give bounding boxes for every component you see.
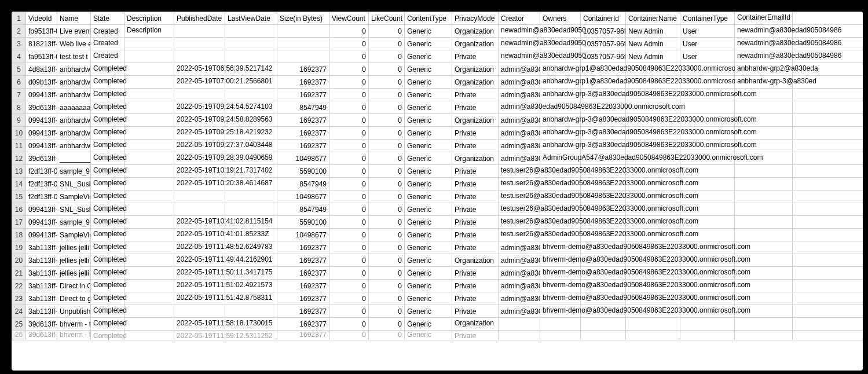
cell[interactable]: admin@a830e (499, 152, 540, 165)
cell[interactable]: Private (452, 305, 499, 318)
column-header[interactable]: ViewCount (329, 12, 369, 25)
cell[interactable]: Completed (91, 165, 124, 178)
cell[interactable]: bhverm-demo@a830edad9050849863E22033000.… (540, 280, 581, 292)
cell[interactable] (499, 318, 540, 331)
cell[interactable]: Completed (91, 305, 124, 318)
cell[interactable]: f2df13ff-0 (26, 190, 57, 203)
cell[interactable]: 2022-05-19T09:24:54.5274103 (174, 101, 225, 114)
cell[interactable]: 0 (369, 216, 405, 229)
cell[interactable]: Organization (452, 152, 499, 165)
cell[interactable]: Private (452, 50, 499, 63)
cell[interactable]: anbhardw-grp-3@a830edad9050849863E220330… (540, 89, 581, 101)
row-number[interactable]: 6 (12, 76, 26, 89)
cell[interactable]: Private (452, 101, 499, 114)
column-header[interactable]: ContainerEmailId (735, 12, 793, 25)
table-row[interactable]: 243ab113ff-4UnpublishCompleted169237700G… (12, 305, 863, 318)
column-header[interactable]: ContainerName (626, 12, 680, 25)
cell[interactable]: Generic (405, 76, 452, 89)
cell[interactable]: 5590100 (277, 165, 329, 178)
cell[interactable] (124, 127, 174, 140)
cell[interactable]: 2022-05-19T11:51:42.8758311 (174, 292, 225, 305)
cell[interactable]: 0 (369, 25, 405, 38)
cell[interactable]: Generic (405, 114, 452, 127)
cell[interactable]: Completed (91, 140, 124, 152)
table-row[interactable]: 2539d613ff-bhverm - tCompleted2022-05-19… (12, 318, 863, 331)
cell[interactable] (735, 190, 793, 203)
row-number[interactable]: 11 (12, 140, 26, 152)
cell[interactable]: 4d8a13ff- (26, 63, 57, 76)
row-number[interactable]: 4 (12, 50, 26, 63)
cell[interactable]: Completed (91, 101, 124, 114)
cell[interactable] (225, 38, 277, 50)
table-row[interactable]: 839d613ff-aaaaaaaaaCompleted2022-05-19T0… (12, 101, 863, 114)
column-header[interactable]: ContainerId (581, 12, 626, 25)
cell[interactable]: Direct in G (57, 280, 91, 292)
cell[interactable]: 2022-05-19T09:28:39.0490659 (174, 152, 225, 165)
cell[interactable] (735, 178, 793, 190)
cell[interactable]: 2022-05-19T10:41:02.8115154 (174, 216, 225, 229)
column-header[interactable]: ContentType (405, 12, 452, 25)
row-number[interactable]: 25 (12, 318, 26, 331)
cell[interactable]: Completed (91, 241, 124, 254)
cell[interactable]: f2df13ff-0 (26, 178, 57, 190)
cell[interactable] (124, 229, 174, 241)
cell[interactable]: 0 (329, 203, 369, 216)
cell[interactable]: 2022-05-19T06:56:39.5217142 (174, 63, 225, 76)
row-number[interactable]: 8 (12, 101, 26, 114)
column-header[interactable] (793, 12, 863, 25)
cell[interactable]: Private (452, 190, 499, 203)
cell[interactable]: Generic (405, 216, 452, 229)
cell[interactable] (124, 203, 174, 216)
cell[interactable]: 1692377 (277, 292, 329, 305)
cell[interactable] (793, 292, 863, 305)
cell[interactable]: Completed (91, 331, 124, 340)
cell[interactable] (174, 25, 225, 38)
cell[interactable]: jellies jelli (57, 254, 91, 267)
cell[interactable]: anbhardw (57, 89, 91, 101)
cell[interactable] (124, 101, 174, 114)
cell[interactable]: 2022-05-19T09:24:58.8289563 (174, 114, 225, 127)
cell[interactable]: 0 (329, 101, 369, 114)
row-number[interactable]: 21 (12, 267, 26, 280)
cell[interactable]: 099413ff-4 (26, 114, 57, 127)
cell[interactable]: Private (452, 216, 499, 229)
cell[interactable] (124, 190, 174, 203)
row-number[interactable]: 17 (12, 216, 26, 229)
cell[interactable]: 0 (329, 241, 369, 254)
table-row[interactable]: 14f2df13ff-0SNL_SushiCompleted2022-05-19… (12, 178, 863, 190)
cell[interactable]: 0 (369, 50, 405, 63)
cell[interactable]: 0 (329, 178, 369, 190)
row-number[interactable]: 20 (12, 254, 26, 267)
cell[interactable] (735, 331, 793, 340)
cell[interactable]: 10357057-96f (581, 25, 626, 38)
cell[interactable] (793, 127, 863, 140)
cell[interactable]: 3ab113ff-4 (26, 267, 57, 280)
cell[interactable] (124, 280, 174, 292)
cell[interactable]: 0 (369, 203, 405, 216)
table-row[interactable]: 1VideoIdNameStateDescriptionPublishedDat… (12, 12, 863, 25)
cell[interactable]: 2022-05-19T10:41:01.85233Z (174, 229, 225, 241)
row-number[interactable]: 3 (12, 38, 26, 50)
cell[interactable]: 0 (329, 76, 369, 89)
cell[interactable]: 0 (329, 165, 369, 178)
cell[interactable]: Organization (452, 254, 499, 267)
cell[interactable]: 8547949 (277, 101, 329, 114)
row-number[interactable]: 24 (12, 305, 26, 318)
cell[interactable]: 0 (329, 331, 369, 340)
cell[interactable] (124, 254, 174, 267)
cell[interactable]: 2022-05-19T11:51:02.4921573 (174, 280, 225, 292)
table-row[interactable]: 4fa9513ff-0test test tCreated00GenericPr… (12, 50, 863, 63)
cell[interactable]: Organization (452, 63, 499, 76)
row-number[interactable]: 2 (12, 25, 26, 38)
column-header[interactable]: LikeCount (369, 12, 405, 25)
cell[interactable] (793, 178, 863, 190)
cell[interactable]: 8547949 (277, 178, 329, 190)
table-row[interactable]: 2fb9513ff-0Live eventCreatedDescription0… (12, 25, 863, 38)
cell[interactable]: testuser26@a830edad9050849863E22033000.o… (499, 178, 540, 190)
cell[interactable]: 099413ff-4 (26, 229, 57, 241)
cell[interactable]: 1692377 (277, 114, 329, 127)
table-row[interactable]: 2639d613ff-bhverm - tCompleted2022-05-19… (12, 331, 863, 340)
cell[interactable]: 0 (369, 127, 405, 140)
cell[interactable]: Generic (405, 89, 452, 101)
cell[interactable]: admin@a830e (499, 267, 540, 280)
